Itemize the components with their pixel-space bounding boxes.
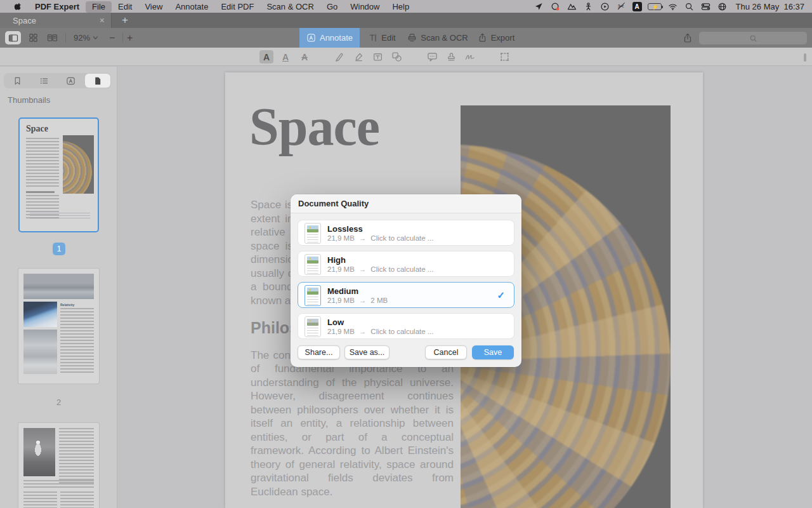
tab-close-icon[interactable]: ×: [100, 15, 105, 25]
thumb3-text-lines: [59, 428, 94, 485]
zoom-level-control[interactable]: 92%: [74, 28, 98, 48]
toolbar: 92% − + Annotate Edit Scan & OCR Export: [0, 28, 812, 48]
sidebar-toggle-button[interactable]: [5, 31, 21, 44]
document-tab[interactable]: Space ×: [0, 13, 112, 28]
thumb3-text-lines: [60, 491, 94, 508]
document-title: Space: [249, 100, 379, 154]
thumb3-text-lines: [23, 480, 94, 488]
page-thumbnail-3[interactable]: [18, 423, 99, 508]
document-preview-icon: [304, 254, 321, 275]
tab-annotate[interactable]: Annotate: [299, 28, 360, 48]
thumb2-heading: Relativity: [60, 303, 74, 307]
menu-item-view[interactable]: View: [138, 0, 169, 13]
checkmark-icon: ✓: [497, 290, 505, 301]
sidebar-tab-outline[interactable]: [31, 74, 56, 88]
quality-option-lossless[interactable]: Lossless 21,9 MB → Click to calculate ..…: [298, 220, 514, 246]
thumb2-clouds-image: [23, 330, 57, 374]
highlight-text-tool[interactable]: A: [259, 50, 273, 64]
thumb1-quote-lines: [30, 213, 90, 220]
menu-item-go[interactable]: Go: [320, 0, 344, 13]
tab-scan-ocr[interactable]: Scan & OCR: [407, 28, 468, 48]
comment-tool[interactable]: [425, 50, 439, 64]
menu-item-annotate[interactable]: Annotate: [169, 0, 214, 13]
stamp-tool[interactable]: [444, 50, 458, 64]
share-button[interactable]: [680, 30, 695, 45]
thumb1-text-lines: [26, 138, 59, 187]
scissors-muted-icon[interactable]: ✂: [616, 1, 627, 12]
tab-title: Space: [13, 16, 36, 25]
scrollbar-thumb[interactable]: [804, 53, 806, 62]
option-name: High: [327, 255, 346, 265]
wifi-icon[interactable]: [667, 1, 678, 12]
menu-item-edit-pdf[interactable]: Edit PDF: [214, 0, 260, 13]
sidebar-tab-thumbnails[interactable]: [85, 74, 110, 88]
tab-export-label: Export: [491, 33, 515, 43]
mountains-icon[interactable]: [566, 1, 577, 12]
menu-clock[interactable]: Thu 26 May 16:37: [736, 2, 804, 11]
thumbnails-sidebar: Thumbnails Space 1 Relativity 2: [0, 67, 117, 508]
selection-tool[interactable]: [497, 50, 511, 64]
menu-app-name[interactable]: PDF Expert: [29, 0, 86, 13]
tab-edit[interactable]: Edit: [360, 28, 404, 48]
apple-menu-icon[interactable]: [8, 0, 29, 13]
spotlight-icon[interactable]: [684, 1, 695, 12]
play-circle-icon[interactable]: [599, 1, 610, 12]
menu-item-scan-ocr[interactable]: Scan & OCR: [260, 0, 320, 13]
menu-item-help[interactable]: Help: [386, 0, 416, 13]
new-tab-button[interactable]: +: [117, 13, 133, 28]
option-name: Low: [327, 318, 344, 327]
thumb1-planet-image: [63, 135, 94, 194]
option-result[interactable]: Click to calculate ...: [370, 234, 433, 242]
text-box-tool[interactable]: [370, 50, 384, 64]
arrow-right-icon: →: [359, 297, 367, 304]
figure-icon[interactable]: [583, 1, 594, 12]
signature-tool[interactable]: [463, 50, 477, 64]
strikethrough-text-tool[interactable]: A: [298, 50, 311, 64]
menu-item-edit[interactable]: Edit: [112, 0, 138, 13]
location-icon[interactable]: [534, 1, 544, 12]
eraser-tool[interactable]: [351, 50, 365, 64]
save-as-button[interactable]: Save as...: [344, 345, 390, 359]
menu-item-file[interactable]: File: [86, 1, 112, 13]
document-paragraph: The concept of space is considered to be…: [251, 349, 454, 499]
chevron-down-icon: [93, 33, 98, 43]
grid-view-button[interactable]: [27, 31, 40, 44]
page-thumbnail-2[interactable]: Relativity: [18, 269, 99, 384]
panel-title: Thumbnails: [8, 95, 50, 105]
page-number-badge-1: 1: [53, 243, 65, 255]
search-input[interactable]: [699, 32, 807, 44]
tab-export[interactable]: Export: [473, 28, 519, 48]
quality-option-medium[interactable]: Medium 21,9 MB → 2 MB ✓: [298, 282, 514, 308]
dialog-buttons: Share... Save as... Cancel Save: [291, 345, 521, 359]
toolbar-divider: [65, 33, 66, 43]
marker-pen-tool[interactable]: [332, 50, 346, 64]
document-quality-dialog: Document Quality Lossless 21,9 MB → Clic…: [291, 194, 521, 367]
option-result[interactable]: Click to calculate ...: [370, 265, 433, 273]
zoom-in-button[interactable]: +: [127, 28, 133, 48]
share-dialog-button[interactable]: Share...: [298, 345, 340, 359]
option-name: Medium: [327, 286, 358, 296]
save-button[interactable]: Save: [472, 345, 514, 359]
sidebar-tab-annotations[interactable]: [58, 74, 84, 88]
page-view-button[interactable]: [44, 31, 60, 44]
menu-bar: PDF Expert File Edit View Annotate Edit …: [0, 0, 812, 13]
cancel-button[interactable]: Cancel: [425, 345, 467, 359]
screen-mirroring-icon[interactable]: [550, 1, 561, 12]
input-source-icon[interactable]: A: [632, 2, 642, 11]
page-thumbnail-1[interactable]: Space: [18, 117, 99, 232]
thumb1-title: Space: [26, 124, 48, 134]
quality-option-high[interactable]: High 21,9 MB → Click to calculate ... ✓: [298, 251, 514, 277]
menu-item-window[interactable]: Window: [344, 0, 386, 13]
zoom-out-button[interactable]: −: [109, 28, 115, 48]
arrow-right-icon: →: [359, 328, 367, 335]
thumb2-mountain-image: [23, 274, 94, 299]
underline-text-tool[interactable]: A: [278, 50, 292, 64]
shapes-tool[interactable]: [390, 50, 403, 64]
sidebar-tab-bookmarks[interactable]: [4, 74, 30, 88]
globe-icon[interactable]: [717, 1, 728, 12]
control-center-icon[interactable]: [700, 1, 711, 12]
option-name: Lossless: [327, 224, 363, 234]
option-result[interactable]: Click to calculate ...: [370, 328, 433, 335]
quality-option-low[interactable]: Low 21,9 MB → Click to calculate ... ✓: [298, 313, 514, 339]
battery-icon[interactable]: ⚡: [648, 3, 662, 10]
